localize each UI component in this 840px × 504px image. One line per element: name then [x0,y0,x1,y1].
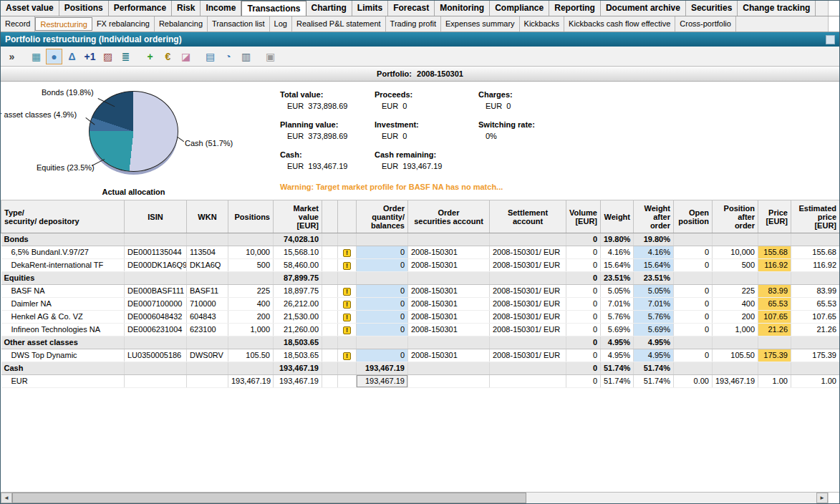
menu-item-securities[interactable]: Securities [686,1,738,16]
column-header-order-account[interactable]: Order securities account [408,200,490,233]
subtab-realised-p-l-statement[interactable]: Realised P&L statement [292,16,386,32]
scroll-right-button[interactable]: ► [816,493,828,503]
column-header-pos-after[interactable]: Position after order [713,200,758,233]
table-row-eur[interactable]: EUR193,467.19193,467.19193,467.19051.74%… [1,375,840,388]
column-header-volume[interactable]: Volume [EUR] [566,200,601,233]
menu-item-positions[interactable]: Positions [59,1,109,16]
subtab-cross-portfolio[interactable]: Cross-portfolio [675,16,736,32]
menu-item-document-archive[interactable]: Document archive [601,1,686,16]
cell-warn: ! [338,298,357,311]
cell-warn: ! [338,349,357,362]
table-row-dekarent-international-tf[interactable]: DekaRent-international TFDE000DK1A6Q9DK1… [1,259,840,272]
menu-item-performance[interactable]: Performance [109,1,172,16]
column-header-weight-after[interactable]: Weight after order [634,200,674,233]
clear-icon[interactable]: ◪ [178,49,194,64]
add-position-icon[interactable]: + [142,49,158,64]
group-row-cash[interactable]: Cash193,467.19193,467.19051.74%51.74% [1,362,840,375]
cell-open-pos: 0 [674,311,713,324]
cell-price [758,233,791,246]
subtab-log[interactable]: Log [270,16,292,32]
column-header-settlement[interactable]: Settlement account [490,200,566,233]
table-row-basf-na[interactable]: BASF NADE000BASF111BASF1122518,897.75!02… [1,285,840,298]
allocation-table-icon[interactable]: ▦ [28,49,44,64]
subtab-kickbacks-cash-flow-effective[interactable]: Kickbacks cash flow effective [564,16,675,32]
subtab-restructuring[interactable]: Restructuring [35,17,92,31]
sliders-icon[interactable]: ≣ [117,49,134,64]
duplicate-window-icon[interactable]: ▣ [262,49,279,64]
chart-export-icon[interactable]: ▤ [202,49,218,64]
order-quantity-cell[interactable]: 0 [357,349,408,362]
delta-icon[interactable]: Δ [64,49,80,64]
order-quantity-cell[interactable]: 0 [357,246,408,259]
titlebar-window-icon[interactable] [826,35,835,44]
subtab-transaction-list[interactable]: Transaction list [208,16,270,32]
time-icon[interactable]: ◔ [220,49,236,64]
column-header-blank[interactable] [322,200,338,233]
order-quantity-cell[interactable]: 0 [357,311,408,324]
scrollbar-thumb[interactable] [12,493,526,503]
cell-name: EUR [1,375,125,388]
plus-one-icon[interactable]: +1 [82,49,98,64]
table-row-dws-top-dynamic[interactable]: DWS Top DynamicLU0350005186DWS0RV105.501… [1,349,840,362]
pie-leader-line [177,137,184,142]
empty-area [1,388,839,492]
column-header-weight[interactable]: Weight [601,200,634,233]
cell-weight-after: 51.74% [634,362,674,375]
cell-positions: 200 [228,311,274,324]
column-header-market-value[interactable]: Market value [EUR] [274,200,322,233]
table-row-daimler-na[interactable]: Daimler NADE000710000071000040026,212.00… [1,298,840,311]
menu-item-monitoring[interactable]: Monitoring [435,1,490,16]
column-header-positions[interactable]: Positions [228,200,274,233]
cell-warn: ! [338,311,357,324]
order-quantity-cell[interactable]: 0 [357,259,408,272]
horizontal-scrollbar[interactable]: ◄ ► [1,492,839,503]
subtab-record[interactable]: Record [1,16,35,32]
column-header-price[interactable]: Price [EUR] [758,200,791,233]
column-header-est-price[interactable]: Estimated price [EUR] [791,200,840,233]
subtab-expenses-summary[interactable]: Expenses summary [441,16,520,32]
column-header-blank[interactable] [338,200,357,233]
menu-item-charting[interactable]: Charting [306,1,352,16]
subtab-fx-rebalancing[interactable]: FX rebalancing [92,16,155,32]
cell-open-pos: 0 [674,259,713,272]
group-row-equities[interactable]: Equities87,899.75023.51%23.51% [1,272,840,285]
euro-icon[interactable]: € [160,49,176,64]
menu-item-limits[interactable]: Limits [352,1,388,16]
cell-positions: 10,000 [228,246,274,259]
menu-item-compliance[interactable]: Compliance [490,1,549,16]
subtab-kickbacks[interactable]: Kickbacks [520,16,565,32]
menu-item-asset-value[interactable]: Asset value [1,1,59,16]
column-header-name[interactable]: Type/ security/ depository [1,200,125,233]
menu-item-reporting[interactable]: Reporting [549,1,601,16]
summary-value: EUR 0 [375,132,478,140]
menu-item-transactions[interactable]: Transactions [241,1,306,16]
scroll-left-button[interactable]: ◄ [1,493,12,503]
menu-item-change-tracking[interactable]: Change tracking [738,1,816,16]
scrollbar-track[interactable] [526,493,816,503]
menu-item-income[interactable]: Income [201,1,241,16]
chart-analysis-icon[interactable]: ▥ [238,49,254,64]
column-header-isin[interactable]: ISIN [125,200,187,233]
table-row-infineon-technologies-na[interactable]: Infineon Technologies NADE00062310046231… [1,324,840,336]
globe-icon[interactable]: ● [46,49,62,64]
chart-disabled-icon[interactable]: ▨ [100,49,116,64]
table-row-henkel-ag-co-vz[interactable]: Henkel AG & Co. VZDE00060484326048432002… [1,311,840,324]
subtab-rebalancing[interactable]: Rebalancing [155,16,208,32]
cell-settlement [490,375,566,388]
column-header-wkn[interactable]: WKN [187,200,228,233]
menu-item-risk[interactable]: Risk [172,1,201,16]
column-header-open-pos[interactable]: Open position [674,200,713,233]
cell-order-account: 2008-150301 [408,246,490,259]
order-quantity-cell[interactable]: 0 [357,324,408,336]
order-quantity-cell[interactable]: 193,467.19 [357,375,408,388]
menu-item-forecast[interactable]: Forecast [388,1,435,16]
group-row-other-asset-classes[interactable]: Other asset classes18,503.6504.95%4.95% [1,336,840,349]
group-row-bonds[interactable]: Bonds74,028.10019.80%19.80% [1,233,840,246]
table-row-6-5-bundanl-v-97-27[interactable]: 6,5% Bundanl.V.97/27DE000113504411350410… [1,246,840,259]
order-quantity-cell[interactable]: 0 [357,298,408,311]
column-header-order-qty[interactable]: Order quantity/ balances [357,200,408,233]
more-tools-icon[interactable]: » [4,49,20,64]
subtab-trading-profit[interactable]: Trading profit [386,16,441,32]
cell-price: 155.68 [758,246,791,259]
order-quantity-cell[interactable]: 0 [357,285,408,298]
